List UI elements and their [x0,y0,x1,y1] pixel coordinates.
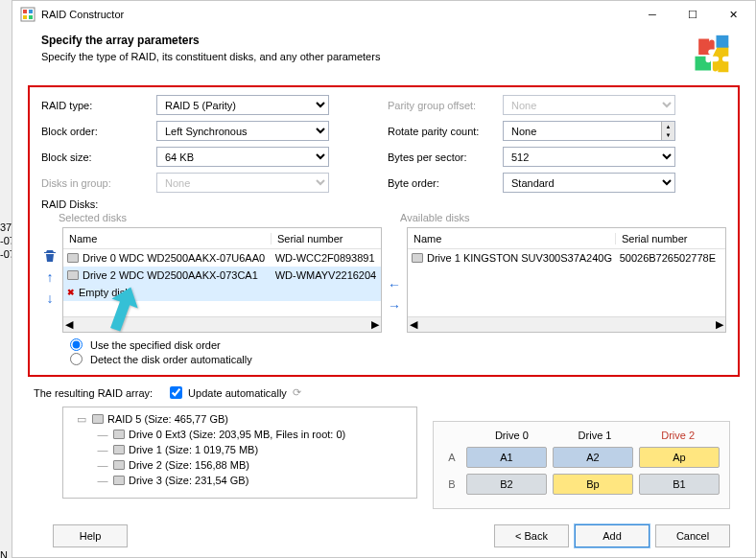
disks-in-group-select: None [156,173,329,193]
cancel-button[interactable]: Cancel [655,524,730,547]
table-row[interactable]: Drive 0 WDC WD2500AAKX-07U6AA0 WD-WCC2F0… [63,249,381,267]
block-order-label: Block order: [41,126,149,137]
layout-row-b-label: B [443,478,461,490]
parity-group-offset-select: None [503,95,675,115]
layout-cell: Ap [639,447,720,468]
byte-order-select[interactable]: Standard [503,173,675,193]
block-size-select[interactable]: 64 KB [156,147,329,167]
resulting-array-label: The resulting RAID array: [34,387,153,399]
raid-type-label: RAID type: [41,100,149,111]
add-button[interactable]: Add [575,524,650,547]
selected-col-serial[interactable]: Serial number [272,233,381,244]
table-row[interactable]: Drive 1 KINGSTON SUV300S37A240G 50026B72… [408,249,725,267]
selected-col-name[interactable]: Name [63,233,272,244]
parameters-panel: RAID type: RAID 5 (Parity) Parity group … [28,85,740,377]
move-right-icon[interactable]: → [388,298,401,314]
layout-cell: Bp [553,474,633,495]
detect-order-auto-label: Detect the disk order automatically [90,354,252,365]
back-button[interactable]: < Back [494,524,569,547]
layout-row-a-label: A [443,452,461,463]
move-left-icon[interactable]: ← [388,277,401,292]
rotate-parity-count-select[interactable]: None [503,121,675,141]
page-subtitle: Specify the type of RAID, its constituen… [41,51,380,62]
help-button[interactable]: Help [53,524,128,547]
close-button[interactable]: ✕ [713,1,753,28]
raid-icon [92,414,104,424]
layout-cell: B1 [639,474,720,495]
delete-icon[interactable] [42,248,58,264]
use-specified-order-radio[interactable] [70,338,83,351]
collapse-icon[interactable]: ▭ [75,413,88,426]
update-automatically-checkbox[interactable] [170,386,182,399]
resulting-tree[interactable]: ▭RAID 5 (Size: 465,77 GB) —Drive 0 Ext3 … [62,407,417,499]
table-row[interactable]: Drive 2 WDC WD2500AAKX-073CA1 WD-WMAYV22… [63,267,381,284]
layout-cell: A2 [553,447,633,468]
block-order-select[interactable]: Left Synchronous [156,121,329,141]
detect-order-auto-radio[interactable] [70,353,83,365]
layout-cell: B2 [466,474,547,495]
available-col-serial[interactable]: Serial number [616,233,725,244]
h-scrollbar[interactable]: ◀▶ [408,316,725,332]
h-scrollbar[interactable]: ◀▶ [63,316,381,332]
svg-rect-3 [23,15,27,19]
layout-cell: A1 [466,447,547,468]
available-disks-panel: Name Serial number Drive 1 KINGSTON SUV3… [407,227,726,333]
drive-icon [412,253,423,263]
layout-col-drive2: Drive 2 [636,430,720,441]
layout-col-drive1: Drive 1 [554,430,637,441]
window-title: RAID Constructor [41,9,124,20]
drive-icon [113,445,125,454]
error-icon: ✖ [67,288,75,297]
selected-disks-toolbar: ↑ ↓ [41,227,59,333]
layout-diagram: Drive 0 Drive 1 Drive 2 A A1 A2 Ap B B2 … [433,421,730,509]
drive-icon [113,460,125,470]
table-row[interactable]: ✖Empty disk [63,284,381,301]
use-specified-order-label: Use the specified disk order [90,339,221,351]
byte-order-label: Byte order: [388,177,495,189]
minimize-button[interactable]: ─ [632,1,673,28]
layout-col-drive0: Drive 0 [470,430,554,441]
parity-group-offset-label: Parity group offset: [388,100,495,111]
raid-type-select[interactable]: RAID 5 (Parity) [156,95,329,115]
drive-icon [113,430,125,439]
move-up-icon[interactable]: ↑ [42,269,58,285]
move-down-icon[interactable]: ↓ [42,291,58,306]
update-automatically-label: Update automatically [188,387,287,399]
rotate-parity-count-label: Rotate parity count: [388,126,495,137]
app-icon [20,7,35,22]
bytes-per-sector-select[interactable]: 512 [503,147,675,167]
puzzle-icon [690,34,732,78]
drive-icon [67,253,79,263]
drive-icon [67,270,79,280]
raid-constructor-window: RAID Constructor ─ ☐ ✕ Specify the array… [12,0,756,558]
page-title: Specify the array parameters [41,34,380,47]
svg-rect-2 [29,10,33,13]
disks-in-group-label: Disks in group: [41,177,149,189]
svg-rect-4 [29,15,33,19]
refresh-icon[interactable]: ⟳ [293,386,301,399]
selected-disks-label: Selected disks [59,212,371,223]
available-disks-label: Available disks [400,212,726,223]
available-col-name[interactable]: Name [408,233,616,244]
maximize-button[interactable]: ☐ [673,1,713,28]
block-size-label: Block size: [41,151,149,163]
drive-icon [113,476,125,485]
titlebar: RAID Constructor ─ ☐ ✕ [12,1,755,28]
bytes-per-sector-label: Bytes per sector: [388,151,495,163]
wizard-header: Specify the array parameters Specify the… [12,28,755,83]
selected-disks-panel: Name Serial number Drive 0 WDC WD2500AAK… [62,227,382,333]
svg-rect-1 [23,10,27,13]
rotate-parity-spinner[interactable]: ▲▼ [661,122,674,140]
raid-disks-label: RAID Disks: [41,198,726,210]
